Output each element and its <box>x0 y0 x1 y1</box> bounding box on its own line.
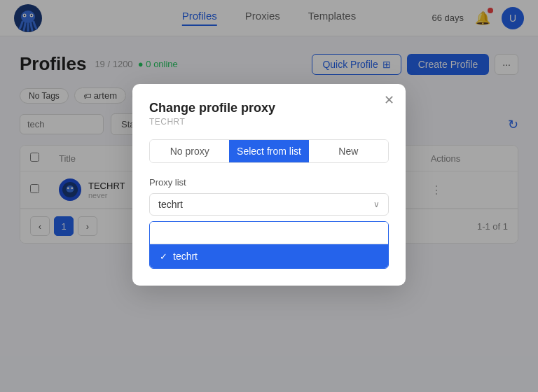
modal-close-button[interactable]: ✕ <box>384 94 394 106</box>
tab-select-from-list[interactable]: Select from list <box>229 140 308 162</box>
proxy-search-input[interactable] <box>150 222 388 244</box>
proxy-select-dropdown[interactable]: techrt ∨ <box>149 193 389 216</box>
modal-overlay: ✕ Change profile proxy TECHRT No proxy S… <box>0 0 538 392</box>
change-proxy-modal: ✕ Change profile proxy TECHRT No proxy S… <box>132 84 406 286</box>
dropdown-arrow-icon: ∨ <box>373 200 380 209</box>
proxy-list-label: Proxy list <box>149 177 389 188</box>
modal-subtitle: TECHRT <box>149 117 389 127</box>
tab-no-proxy[interactable]: No proxy <box>150 140 229 162</box>
tab-new[interactable]: New <box>309 140 388 162</box>
modal-title: Change profile proxy <box>149 101 389 115</box>
proxy-dropdown-open: ✓ techrt <box>149 221 389 269</box>
check-icon: ✓ <box>160 251 167 262</box>
proxy-select-value: techrt <box>158 199 183 210</box>
proxy-option-techrt[interactable]: ✓ techrt <box>150 244 388 268</box>
proxy-type-tabs: No proxy Select from list New <box>149 139 389 163</box>
